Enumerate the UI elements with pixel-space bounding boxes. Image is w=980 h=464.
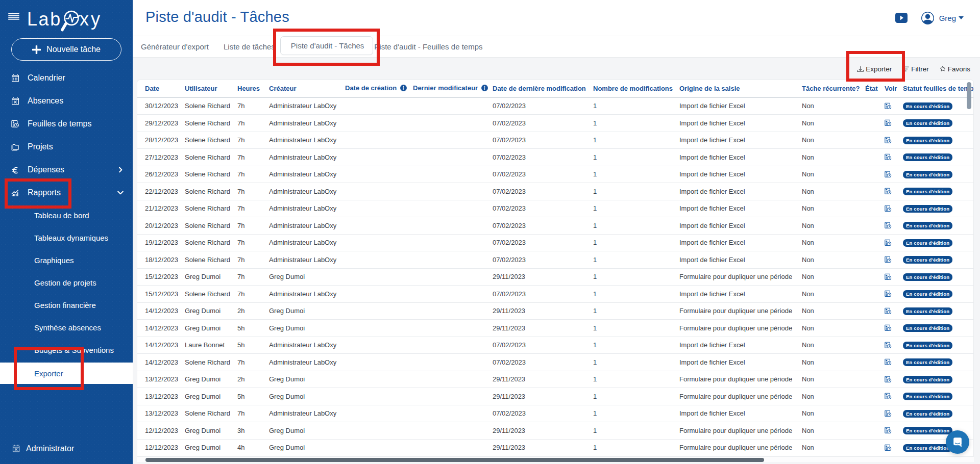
subnav-budgets-subventions[interactable]: Budgets & Subventions bbox=[0, 339, 133, 361]
cell-date-creation bbox=[345, 286, 413, 303]
table-row[interactable]: 12/12/2023 Greg Dumoi 4h Greg Dumoi 29/1… bbox=[137, 439, 974, 456]
subnav-exporter[interactable]: Exporter bbox=[0, 363, 133, 384]
horizontal-scrollbar-track[interactable] bbox=[137, 456, 974, 462]
subnav-graphiques[interactable]: Graphiques bbox=[0, 249, 133, 271]
plus-icon bbox=[32, 45, 41, 54]
table-row[interactable]: 20/12/2023 Solene Richard 7h Administrat… bbox=[137, 217, 974, 235]
view-timesheet-icon[interactable] bbox=[885, 427, 903, 434]
view-timesheet-icon[interactable] bbox=[885, 324, 903, 331]
view-timesheet-icon[interactable] bbox=[885, 376, 903, 383]
sidebar-item-projets[interactable]: Projets bbox=[0, 135, 133, 158]
table-row[interactable]: 14/12/2023 Greg Dumoi 5h Greg Dumoi 29/1… bbox=[137, 320, 974, 337]
sidebar-item-depenses[interactable]: Dépenses bbox=[0, 158, 133, 181]
col-nombre-modifications[interactable]: Nombre de modifications bbox=[593, 80, 679, 97]
sidebar-item-administrator[interactable]: Administrator bbox=[0, 437, 133, 460]
sidebar-item-feuilles-de-temps[interactable]: Feuilles de temps bbox=[0, 112, 133, 135]
subnav-tableau-de-bord[interactable]: Tableau de bord bbox=[0, 204, 133, 226]
view-timesheet-icon[interactable] bbox=[885, 222, 903, 229]
view-timesheet-icon[interactable] bbox=[885, 342, 903, 349]
tab-liste-de-taches[interactable]: Liste de tâches bbox=[217, 36, 280, 57]
cell-date: 15/12/2023 bbox=[137, 268, 185, 286]
view-timesheet-icon[interactable] bbox=[885, 239, 903, 246]
subnav-synthese-absences[interactable]: Synthèse absences bbox=[0, 316, 133, 339]
sidebar-item-rapports[interactable]: Rapports bbox=[0, 181, 133, 204]
col-date-creation[interactable]: Date de création bbox=[345, 80, 413, 97]
cell-nb-modifications: 1 bbox=[593, 115, 679, 132]
new-task-button[interactable]: Nouvelle tâche bbox=[11, 38, 121, 61]
tab-piste-audit-taches[interactable]: Piste d'audit - Tâches bbox=[280, 36, 374, 55]
favorites-button[interactable]: Favoris bbox=[940, 65, 970, 73]
col-createur[interactable]: Créateur bbox=[269, 80, 345, 97]
hamburger-menu-icon[interactable] bbox=[8, 13, 19, 20]
cell-date: 26/12/2023 bbox=[137, 166, 185, 183]
col-statut-feuilles[interactable]: Statut feuilles de temps bbox=[903, 80, 974, 97]
cell-date: 21/12/2023 bbox=[137, 200, 185, 217]
col-tache-recurrente[interactable]: Tâche récurrente? bbox=[802, 80, 865, 97]
cell-nb-modifications: 1 bbox=[593, 439, 679, 456]
table-row[interactable]: 22/12/2023 Solene Richard 7h Administrat… bbox=[137, 183, 974, 200]
user-menu[interactable]: Greg bbox=[921, 12, 964, 24]
view-timesheet-icon[interactable] bbox=[885, 273, 903, 280]
table-row[interactable]: 15/12/2023 Greg Dumoi 7h Greg Dumoi 29/1… bbox=[137, 268, 974, 286]
vertical-scrollbar[interactable] bbox=[967, 82, 971, 109]
col-date-derniere-modification[interactable]: Date de dernière modification bbox=[493, 80, 593, 97]
table-row[interactable]: 14/12/2023 Solene Richard 7h Administrat… bbox=[137, 354, 974, 371]
col-date[interactable]: Date bbox=[137, 80, 185, 97]
table-row[interactable]: 29/12/2023 Solene Richard 7h Administrat… bbox=[137, 115, 974, 132]
col-origine-saisie[interactable]: Origine de la saisie bbox=[679, 80, 802, 97]
sidebar-item-absences[interactable]: Absences bbox=[0, 89, 133, 112]
view-timesheet-icon[interactable] bbox=[885, 137, 903, 144]
table-row[interactable]: 19/12/2023 Solene Richard 7h Administrat… bbox=[137, 234, 974, 251]
cell-statut: En cours d'édition bbox=[903, 132, 974, 149]
export-button[interactable]: Exporter bbox=[857, 65, 892, 73]
table-row[interactable]: 18/12/2023 Solene Richard 7h Administrat… bbox=[137, 251, 974, 269]
col-voir[interactable]: Voir bbox=[885, 80, 903, 97]
col-dernier-modificateur[interactable]: Dernier modificateur bbox=[413, 80, 493, 97]
horizontal-scrollbar-thumb[interactable] bbox=[145, 458, 764, 462]
view-timesheet-icon[interactable] bbox=[885, 188, 903, 195]
view-timesheet-icon[interactable] bbox=[885, 119, 903, 126]
view-timesheet-icon[interactable] bbox=[885, 290, 903, 297]
table-row[interactable]: 12/12/2023 Greg Dumoi 3h Greg Dumoi 29/1… bbox=[137, 422, 974, 440]
table-row[interactable]: 15/12/2023 Solene Richard 7h Administrat… bbox=[137, 286, 974, 303]
table-row[interactable]: 13/12/2023 Greg Dumoi 2h Greg Dumoi 29/1… bbox=[137, 371, 974, 388]
table-row[interactable]: 26/12/2023 Solene Richard 7h Administrat… bbox=[137, 166, 974, 183]
cell-etat bbox=[865, 132, 885, 149]
col-etat[interactable]: État bbox=[865, 80, 885, 97]
view-timesheet-icon[interactable] bbox=[885, 153, 903, 161]
tab-generateur-export[interactable]: Générateur d'export bbox=[133, 36, 217, 57]
tab-piste-audit-feuilles-de-temps[interactable]: Piste d'audit - Feuilles de temps bbox=[373, 36, 491, 57]
col-utilisateur[interactable]: Utilisateur bbox=[185, 80, 237, 97]
table-row[interactable]: 28/12/2023 Solene Richard 7h Administrat… bbox=[137, 132, 974, 149]
table-row[interactable]: 30/12/2023 Solene Richard 7h Administrat… bbox=[137, 97, 974, 115]
view-timesheet-icon[interactable] bbox=[885, 256, 903, 263]
info-icon[interactable] bbox=[400, 85, 407, 93]
cell-heures: 7h bbox=[237, 166, 269, 183]
subnav-gestion-financiere[interactable]: Gestion financière bbox=[0, 294, 133, 316]
view-timesheet-icon[interactable] bbox=[885, 171, 903, 178]
chat-launcher[interactable] bbox=[946, 430, 969, 454]
view-timesheet-icon[interactable] bbox=[885, 444, 903, 451]
sidebar-item-calendrier[interactable]: Calendrier bbox=[0, 66, 133, 89]
cell-heures: 7h bbox=[237, 132, 269, 149]
view-timesheet-icon[interactable] bbox=[885, 205, 903, 212]
table-row[interactable]: 14/12/2023 Greg Dumoi 2h Greg Dumoi 29/1… bbox=[137, 302, 974, 320]
cell-origine: Formulaire pour dupliquer une période bbox=[679, 371, 802, 388]
table-row[interactable]: 27/12/2023 Solene Richard 7h Administrat… bbox=[137, 149, 974, 166]
subnav-tableaux-dynamiques[interactable]: Tableaux dynamiques bbox=[0, 226, 133, 249]
table-row[interactable]: 13/12/2023 Greg Dumoi 5h Greg Dumoi 29/1… bbox=[137, 388, 974, 405]
view-timesheet-icon[interactable] bbox=[885, 410, 903, 417]
table-row[interactable]: 14/12/2023 Laure Bonnet 5h Administrateu… bbox=[137, 337, 974, 354]
cell-dernier-modificateur bbox=[413, 132, 493, 149]
subnav-gestion-de-projets[interactable]: Gestion de projets bbox=[0, 271, 133, 294]
view-timesheet-icon[interactable] bbox=[885, 358, 903, 366]
view-timesheet-icon[interactable] bbox=[885, 307, 903, 315]
col-heures[interactable]: Heures bbox=[237, 80, 269, 97]
view-timesheet-icon[interactable] bbox=[885, 102, 903, 110]
table-row[interactable]: 21/12/2023 Solene Richard 7h Administrat… bbox=[137, 200, 974, 217]
info-icon[interactable] bbox=[481, 85, 488, 93]
filter-button[interactable]: Filtrer bbox=[902, 65, 929, 73]
table-row[interactable]: 13/12/2023 Solene Richard 7h Administrat… bbox=[137, 405, 974, 422]
view-timesheet-icon[interactable] bbox=[885, 393, 903, 400]
video-tutorial-icon[interactable] bbox=[895, 13, 908, 23]
